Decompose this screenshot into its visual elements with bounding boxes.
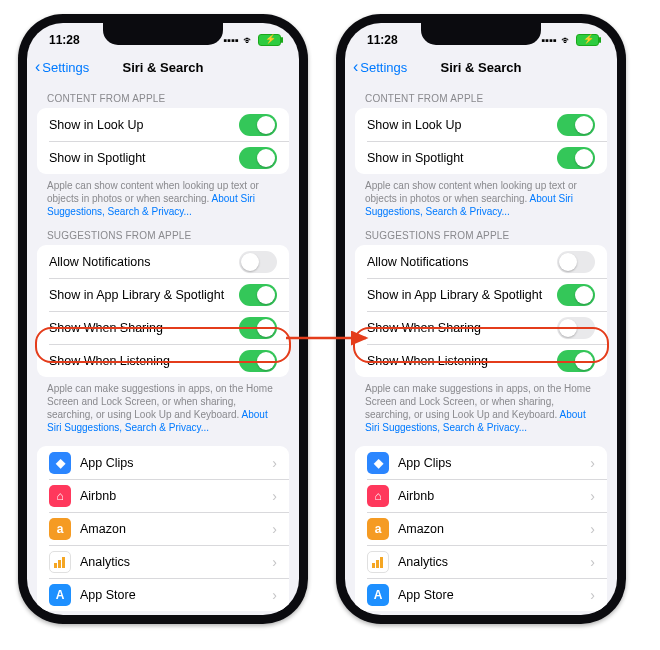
row-allow-notifications[interactable]: Allow Notifications (355, 245, 607, 278)
row-label: Show When Listening (49, 354, 170, 368)
row-show-in-app-library-spotlight[interactable]: Show in App Library & Spotlight (37, 278, 289, 311)
toggle-allow-notifications[interactable] (239, 251, 277, 273)
chevron-right-icon: › (590, 554, 595, 570)
row-show-when-listening[interactable]: Show When Listening (37, 344, 289, 377)
battery-icon: ⚡ (576, 34, 599, 46)
app-label: App Store (398, 588, 454, 602)
row-show-when-sharing[interactable]: Show When Sharing (37, 311, 289, 344)
app-row-airbnb[interactable]: ⌂Airbnb› (37, 479, 289, 512)
back-button[interactable]: ‹ Settings (35, 59, 89, 75)
row-label: Show When Listening (367, 354, 488, 368)
toggle-show-in-spotlight[interactable] (557, 147, 595, 169)
row-label: Allow Notifications (367, 255, 468, 269)
row-show-in-spotlight[interactable]: Show in Spotlight (355, 141, 607, 174)
row-label: Show in Spotlight (367, 151, 464, 165)
back-button[interactable]: ‹ Settings (353, 59, 407, 75)
app-row-amazon[interactable]: aAmazon› (37, 512, 289, 545)
app-icon-analytics (367, 551, 389, 573)
chevron-right-icon: › (272, 488, 277, 504)
svg-rect-4 (376, 560, 379, 568)
row-show-in-lookup[interactable]: Show in Look Up (37, 108, 289, 141)
svg-rect-5 (380, 557, 383, 568)
row-label: Show in App Library & Spotlight (49, 288, 224, 302)
app-icon-amazon: a (49, 518, 71, 540)
footer-note-suggestions: Apple can make suggestions in apps, on t… (345, 377, 617, 436)
toggle-allow-notifications[interactable] (557, 251, 595, 273)
phone-left: 11:28 ▪▪▪▪ ᯤ ⚡ ‹ Settings Siri & Search … (18, 14, 308, 624)
row-show-in-app-library-spotlight[interactable]: Show in App Library & Spotlight (355, 278, 607, 311)
group-content: Show in Look Up Show in Spotlight (355, 108, 607, 174)
app-icon-amazon: a (367, 518, 389, 540)
signal-icon: ▪▪▪▪ (223, 34, 239, 46)
row-show-in-spotlight[interactable]: Show in Spotlight (37, 141, 289, 174)
status-time: 11:28 (49, 33, 80, 47)
section-header-suggestions: SUGGESTIONS FROM APPLE (345, 220, 617, 245)
back-label: Settings (42, 60, 89, 75)
svg-rect-0 (54, 563, 57, 568)
chevron-right-icon: › (590, 587, 595, 603)
group-apps: ◆App Clips›⌂Airbnb›aAmazon›Analytics›AAp… (37, 446, 289, 611)
nav-bar: ‹ Settings Siri & Search (27, 51, 299, 83)
back-label: Settings (360, 60, 407, 75)
row-label: Show in Spotlight (49, 151, 146, 165)
section-header-content: CONTENT FROM APPLE (27, 83, 299, 108)
row-label: Allow Notifications (49, 255, 150, 269)
chevron-right-icon: › (590, 455, 595, 471)
svg-rect-1 (58, 560, 61, 568)
app-label: Airbnb (80, 489, 116, 503)
toggle-show-in-lookup[interactable] (239, 114, 277, 136)
section-header-content: CONTENT FROM APPLE (345, 83, 617, 108)
toggle-show-in-lookup[interactable] (557, 114, 595, 136)
toggle-show-in-app-library-spotlight[interactable] (557, 284, 595, 306)
app-row-app-store[interactable]: AApp Store› (355, 578, 607, 611)
app-label: Amazon (80, 522, 126, 536)
notch (103, 23, 223, 45)
row-show-when-listening[interactable]: Show When Listening (355, 344, 607, 377)
app-row-app-store[interactable]: AApp Store› (37, 578, 289, 611)
group-suggestions-right: Allow NotificationsShow in App Library &… (355, 245, 607, 377)
row-show-in-lookup[interactable]: Show in Look Up (355, 108, 607, 141)
svg-rect-2 (62, 557, 65, 568)
app-row-airbnb[interactable]: ⌂Airbnb› (355, 479, 607, 512)
app-icon-app-store: A (367, 584, 389, 606)
app-row-analytics[interactable]: Analytics› (355, 545, 607, 578)
app-row-analytics[interactable]: Analytics› (37, 545, 289, 578)
toggle-show-when-listening[interactable] (557, 350, 595, 372)
toggle-show-in-spotlight[interactable] (239, 147, 277, 169)
signal-icon: ▪▪▪▪ (541, 34, 557, 46)
row-label: Show When Sharing (49, 321, 163, 335)
row-show-when-sharing[interactable]: Show When Sharing (355, 311, 607, 344)
chevron-right-icon: › (590, 488, 595, 504)
footer-note-suggestions: Apple can make suggestions in apps, on t… (27, 377, 299, 436)
row-label: Show in App Library & Spotlight (367, 288, 542, 302)
toggle-show-when-listening[interactable] (239, 350, 277, 372)
app-icon-app-store: A (49, 584, 71, 606)
app-row-app-clips[interactable]: ◆App Clips› (37, 446, 289, 479)
group-suggestions-left: Allow NotificationsShow in App Library &… (37, 245, 289, 377)
app-label: App Clips (398, 456, 452, 470)
app-row-app-clips[interactable]: ◆App Clips› (355, 446, 607, 479)
toggle-show-when-sharing[interactable] (557, 317, 595, 339)
row-allow-notifications[interactable]: Allow Notifications (37, 245, 289, 278)
app-label: Analytics (398, 555, 448, 569)
toggle-show-in-app-library-spotlight[interactable] (239, 284, 277, 306)
phone-right: 11:28 ▪▪▪▪ ᯤ ⚡ ‹ Settings Siri & Search … (336, 14, 626, 624)
footer-note-content: Apple can show content when looking up t… (345, 174, 617, 220)
notch (421, 23, 541, 45)
app-label: App Store (80, 588, 136, 602)
chevron-right-icon: › (272, 554, 277, 570)
app-icon-app-clips: ◆ (367, 452, 389, 474)
chevron-right-icon: › (272, 587, 277, 603)
app-icon-app-clips: ◆ (49, 452, 71, 474)
nav-bar: ‹ Settings Siri & Search (345, 51, 617, 83)
status-time: 11:28 (367, 33, 398, 47)
app-label: Airbnb (398, 489, 434, 503)
chevron-left-icon: ‹ (35, 59, 40, 75)
toggle-show-when-sharing[interactable] (239, 317, 277, 339)
status-indicators: ▪▪▪▪ ᯤ ⚡ (541, 34, 599, 46)
chevron-right-icon: › (590, 521, 595, 537)
row-label: Show When Sharing (367, 321, 481, 335)
wifi-icon: ᯤ (243, 34, 254, 46)
app-row-amazon[interactable]: aAmazon› (355, 512, 607, 545)
svg-rect-3 (372, 563, 375, 568)
